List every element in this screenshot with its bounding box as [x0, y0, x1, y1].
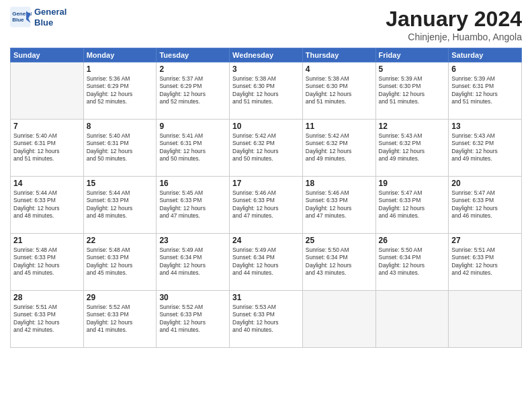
day-info: Sunrise: 5:43 AMSunset: 6:32 PMDaylight:…: [451, 132, 519, 163]
day-info: Sunrise: 5:48 AMSunset: 6:33 PMDaylight:…: [13, 246, 81, 277]
day-number: 22: [87, 236, 154, 245]
day-number: 15: [87, 179, 154, 188]
logo-icon: General Blue: [10, 7, 32, 28]
col-header-thursday: Thursday: [302, 48, 375, 62]
day-info: Sunrise: 5:46 AMSunset: 6:33 PMDaylight:…: [306, 189, 373, 220]
day-number: 6: [451, 64, 519, 74]
col-header-friday: Friday: [375, 48, 449, 62]
day-info: Sunrise: 5:37 AMSunset: 6:29 PMDaylight:…: [159, 75, 226, 106]
logo-text-line1: General: [34, 7, 66, 17]
day-number: 12: [379, 122, 446, 131]
day-cell: [375, 291, 449, 348]
day-cell: 26Sunrise: 5:50 AMSunset: 6:34 PMDayligh…: [375, 234, 449, 291]
day-cell: 9Sunrise: 5:41 AMSunset: 6:31 PMDaylight…: [157, 120, 230, 177]
day-number: 25: [306, 236, 373, 245]
day-number: 31: [232, 293, 300, 302]
day-info: Sunrise: 5:44 AMSunset: 6:33 PMDaylight:…: [13, 189, 81, 220]
svg-text:Blue: Blue: [12, 17, 24, 23]
day-info: Sunrise: 5:50 AMSunset: 6:34 PMDaylight:…: [379, 246, 446, 277]
day-cell: [302, 291, 375, 348]
header: General Blue General Blue January 2024 C…: [10, 7, 522, 42]
day-cell: 11Sunrise: 5:42 AMSunset: 6:32 PMDayligh…: [302, 120, 375, 177]
day-number: 19: [379, 179, 446, 188]
col-header-tuesday: Tuesday: [157, 48, 230, 62]
day-info: Sunrise: 5:43 AMSunset: 6:32 PMDaylight:…: [379, 132, 446, 163]
day-info: Sunrise: 5:49 AMSunset: 6:34 PMDaylight:…: [159, 246, 226, 277]
day-info: Sunrise: 5:48 AMSunset: 6:33 PMDaylight:…: [87, 246, 154, 277]
month-title: January 2024: [386, 7, 522, 32]
week-row-2: 7Sunrise: 5:40 AMSunset: 6:31 PMDaylight…: [11, 120, 522, 177]
day-number: 26: [379, 236, 446, 245]
title-section: January 2024 Chinjenje, Huambo, Angola: [386, 7, 522, 42]
day-info: Sunrise: 5:51 AMSunset: 6:33 PMDaylight:…: [13, 304, 81, 334]
day-info: Sunrise: 5:38 AMSunset: 6:30 PMDaylight:…: [232, 75, 300, 106]
day-number: 14: [13, 179, 81, 188]
week-row-3: 14Sunrise: 5:44 AMSunset: 6:33 PMDayligh…: [11, 177, 522, 234]
day-cell: 23Sunrise: 5:49 AMSunset: 6:34 PMDayligh…: [157, 234, 230, 291]
day-number: 16: [159, 179, 226, 188]
day-cell: 20Sunrise: 5:47 AMSunset: 6:33 PMDayligh…: [449, 177, 522, 234]
day-number: 3: [232, 64, 300, 74]
day-cell: 14Sunrise: 5:44 AMSunset: 6:33 PMDayligh…: [11, 177, 84, 234]
day-info: Sunrise: 5:44 AMSunset: 6:33 PMDaylight:…: [87, 189, 154, 220]
day-info: Sunrise: 5:40 AMSunset: 6:31 PMDaylight:…: [13, 132, 81, 163]
day-number: 29: [87, 293, 154, 302]
day-cell: 18Sunrise: 5:46 AMSunset: 6:33 PMDayligh…: [302, 177, 375, 234]
day-cell: 10Sunrise: 5:42 AMSunset: 6:32 PMDayligh…: [230, 120, 303, 177]
day-number: 27: [451, 236, 519, 245]
day-cell: 25Sunrise: 5:50 AMSunset: 6:34 PMDayligh…: [302, 234, 375, 291]
day-number: 10: [232, 122, 300, 131]
day-cell: 24Sunrise: 5:49 AMSunset: 6:34 PMDayligh…: [230, 234, 303, 291]
day-cell: 4Sunrise: 5:38 AMSunset: 6:30 PMDaylight…: [302, 62, 375, 120]
day-number: 23: [159, 236, 226, 245]
day-cell: 7Sunrise: 5:40 AMSunset: 6:31 PMDaylight…: [11, 120, 84, 177]
day-info: Sunrise: 5:42 AMSunset: 6:32 PMDaylight:…: [306, 132, 373, 163]
day-info: Sunrise: 5:42 AMSunset: 6:32 PMDaylight:…: [232, 132, 300, 163]
day-number: 30: [159, 293, 226, 302]
col-header-sunday: Sunday: [11, 48, 84, 62]
day-cell: [11, 62, 84, 120]
day-cell: 15Sunrise: 5:44 AMSunset: 6:33 PMDayligh…: [83, 177, 157, 234]
day-number: 20: [451, 179, 519, 188]
day-number: 7: [13, 122, 81, 131]
day-cell: 3Sunrise: 5:38 AMSunset: 6:30 PMDaylight…: [230, 62, 303, 120]
day-number: 1: [87, 64, 154, 74]
logo-text-line2: Blue: [34, 17, 66, 28]
day-info: Sunrise: 5:53 AMSunset: 6:33 PMDaylight:…: [232, 304, 300, 334]
day-cell: 31Sunrise: 5:53 AMSunset: 6:33 PMDayligh…: [230, 291, 303, 348]
day-info: Sunrise: 5:38 AMSunset: 6:30 PMDaylight:…: [306, 75, 373, 106]
day-info: Sunrise: 5:40 AMSunset: 6:31 PMDaylight:…: [87, 132, 154, 163]
page: General Blue General Blue January 2024 C…: [0, 0, 532, 411]
day-number: 21: [13, 236, 81, 245]
day-info: Sunrise: 5:47 AMSunset: 6:33 PMDaylight:…: [451, 189, 519, 220]
day-cell: 5Sunrise: 5:39 AMSunset: 6:30 PMDaylight…: [375, 62, 449, 120]
day-info: Sunrise: 5:52 AMSunset: 6:33 PMDaylight:…: [159, 304, 226, 334]
col-header-wednesday: Wednesday: [230, 48, 303, 62]
day-number: 28: [13, 293, 81, 302]
day-number: 8: [87, 122, 154, 131]
day-number: 18: [306, 179, 373, 188]
day-cell: 16Sunrise: 5:45 AMSunset: 6:33 PMDayligh…: [157, 177, 230, 234]
day-number: 9: [159, 122, 226, 131]
day-cell: 22Sunrise: 5:48 AMSunset: 6:33 PMDayligh…: [83, 234, 157, 291]
day-info: Sunrise: 5:45 AMSunset: 6:33 PMDaylight:…: [159, 189, 226, 220]
day-cell: 8Sunrise: 5:40 AMSunset: 6:31 PMDaylight…: [83, 120, 157, 177]
day-cell: [449, 291, 522, 348]
day-cell: 2Sunrise: 5:37 AMSunset: 6:29 PMDaylight…: [157, 62, 230, 120]
day-number: 4: [306, 64, 373, 74]
col-header-saturday: Saturday: [449, 48, 522, 62]
day-number: 13: [451, 122, 519, 131]
week-row-1: 1Sunrise: 5:36 AMSunset: 6:29 PMDaylight…: [11, 62, 522, 120]
day-number: 24: [232, 236, 300, 245]
day-cell: 12Sunrise: 5:43 AMSunset: 6:32 PMDayligh…: [375, 120, 449, 177]
day-cell: 17Sunrise: 5:46 AMSunset: 6:33 PMDayligh…: [230, 177, 303, 234]
week-row-4: 21Sunrise: 5:48 AMSunset: 6:33 PMDayligh…: [11, 234, 522, 291]
day-number: 17: [232, 179, 300, 188]
day-number: 11: [306, 122, 373, 131]
col-header-monday: Monday: [83, 48, 157, 62]
calendar: SundayMondayTuesdayWednesdayThursdayFrid…: [10, 48, 522, 348]
day-info: Sunrise: 5:46 AMSunset: 6:33 PMDaylight:…: [232, 189, 300, 220]
day-info: Sunrise: 5:50 AMSunset: 6:34 PMDaylight:…: [306, 246, 373, 277]
week-row-5: 28Sunrise: 5:51 AMSunset: 6:33 PMDayligh…: [11, 291, 522, 348]
day-number: 5: [379, 64, 446, 74]
